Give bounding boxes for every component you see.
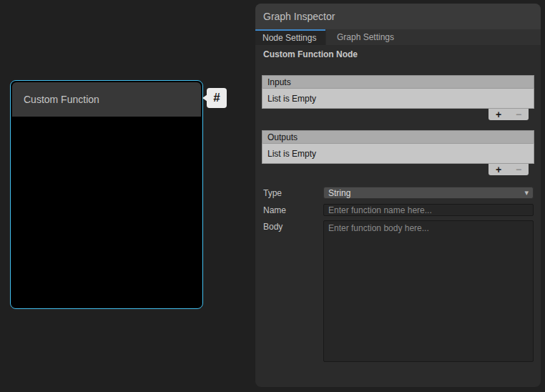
tab-node-settings[interactable]: Node Settings: [255, 29, 325, 45]
outputs-list-footer: + −: [488, 164, 529, 175]
outputs-header-label: Outputs: [267, 132, 298, 142]
custom-function-node[interactable]: Custom Function: [10, 80, 203, 309]
node-preview-area: [12, 117, 201, 307]
function-name-input[interactable]: [323, 204, 534, 216]
type-dropdown[interactable]: String ▾: [323, 187, 534, 199]
node-container: Custom Function: [12, 82, 201, 307]
graph-inspector-panel: Graph Inspector Node Settings Graph Sett…: [255, 4, 541, 387]
inputs-empty-row: List is Empty: [262, 88, 534, 109]
body-label: Body: [263, 222, 283, 232]
name-label: Name: [263, 205, 286, 215]
type-dropdown-value: String: [328, 188, 350, 198]
inputs-remove-button[interactable]: −: [516, 109, 521, 119]
graph-canvas[interactable]: Custom Function # Graph Inspector Node S…: [0, 0, 545, 392]
tab-bar: Node Settings Graph Settings: [255, 29, 541, 45]
panel-title: Graph Inspector: [263, 11, 335, 22]
node-code-badge-icon[interactable]: #: [207, 88, 227, 108]
outputs-empty-label: List is Empty: [267, 149, 316, 159]
inputs-list: Inputs List is Empty: [262, 75, 534, 109]
tab-graph-settings[interactable]: Graph Settings: [325, 29, 405, 45]
node-title: Custom Function: [24, 94, 99, 105]
panel-header[interactable]: Graph Inspector: [255, 4, 541, 29]
node-title-bar[interactable]: Custom Function: [12, 82, 201, 117]
inputs-empty-label: List is Empty: [267, 94, 316, 104]
outputs-remove-button[interactable]: −: [516, 165, 521, 175]
chevron-down-icon: ▾: [524, 188, 529, 197]
outputs-list-header: Outputs: [262, 130, 534, 143]
hash-icon: #: [213, 91, 220, 105]
node-settings-heading: Custom Function Node: [263, 49, 358, 59]
outputs-list: Outputs List is Empty: [262, 130, 534, 164]
inputs-list-header: Inputs: [262, 75, 534, 88]
function-body-input[interactable]: [323, 220, 534, 362]
type-label: Type: [263, 188, 282, 198]
outputs-empty-row: List is Empty: [262, 143, 534, 164]
tab-label: Node Settings: [262, 33, 316, 43]
inputs-header-label: Inputs: [267, 77, 291, 87]
inputs-add-button[interactable]: +: [496, 109, 501, 119]
outputs-add-button[interactable]: +: [496, 165, 501, 175]
inputs-list-footer: + −: [488, 109, 529, 120]
tab-label: Graph Settings: [337, 32, 394, 42]
